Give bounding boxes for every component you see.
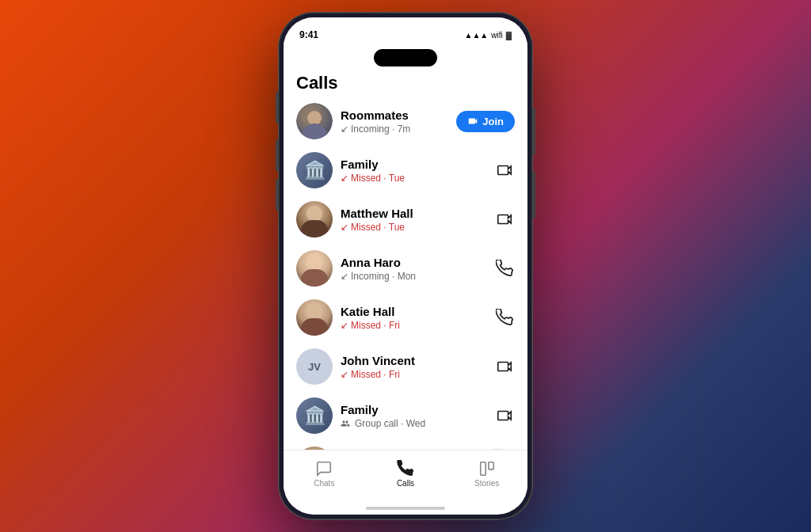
roommates-info: Roommates ↙ Incoming · 7m bbox=[341, 108, 448, 135]
phone-call-icon bbox=[496, 260, 513, 277]
calls-nav-icon bbox=[397, 460, 414, 477]
avatar-family-missed: 🏛️ bbox=[296, 152, 333, 188]
family-group-info: Family Group call · Wed bbox=[341, 403, 486, 429]
missed-arrow-icon-2: ↙ bbox=[341, 222, 348, 233]
nav-item-calls[interactable]: Calls bbox=[365, 460, 447, 488]
nav-chats-label: Chats bbox=[314, 479, 334, 488]
john-info: John Vincent ↙ Missed · Fri bbox=[341, 354, 486, 380]
avatar-john: JV bbox=[296, 348, 333, 385]
call-item-katie[interactable]: Katie Hall ↙ Missed · Fri bbox=[290, 293, 521, 342]
wifi-icon: wifi bbox=[491, 31, 502, 40]
matthew-detail: ↙ Missed · Tue bbox=[341, 222, 486, 233]
status-bar: 9:41 ▲▲▲ wifi ▓ bbox=[284, 17, 527, 46]
missed-arrow-icon: ↙ bbox=[341, 173, 348, 184]
katie-action[interactable] bbox=[494, 307, 515, 328]
family-group-detail: Group call · Wed bbox=[341, 418, 486, 429]
video-camera-icon bbox=[467, 116, 478, 127]
family-missed-name: Family bbox=[341, 158, 486, 171]
video-call-icon-4 bbox=[496, 407, 513, 424]
stories-icon bbox=[478, 460, 496, 477]
nav-item-chats[interactable]: Chats bbox=[284, 460, 365, 488]
call-item-matthew[interactable]: Matthew Hall ↙ Missed · Tue bbox=[290, 195, 521, 244]
phone-screen: 9:41 ▲▲▲ wifi ▓ Calls bbox=[284, 17, 527, 515]
phone-frame: 9:41 ▲▲▲ wifi ▓ Calls bbox=[279, 13, 532, 519]
video-call-icon bbox=[496, 162, 513, 179]
katie-name: Katie Hall bbox=[341, 305, 486, 318]
missed-arrow-icon-4: ↙ bbox=[341, 369, 348, 380]
join-button[interactable]: Join bbox=[456, 111, 515, 132]
home-indicator bbox=[366, 507, 445, 510]
svg-rect-2 bbox=[480, 462, 485, 476]
family-group-name: Family bbox=[341, 403, 486, 416]
matthew-action[interactable] bbox=[494, 209, 515, 230]
matthew-info: Matthew Hall ↙ Missed · Tue bbox=[341, 207, 486, 233]
callback-button[interactable] bbox=[482, 448, 515, 450]
bottom-nav: Chats Calls Stories bbox=[284, 450, 527, 507]
john-action[interactable] bbox=[494, 356, 515, 377]
anna-name: Anna Haro bbox=[341, 256, 486, 269]
family-missed-action[interactable] bbox=[494, 160, 515, 180]
calls-title: Calls bbox=[296, 73, 515, 93]
call-item-roommates[interactable]: Roommates ↙ Incoming · 7m Join bbox=[290, 97, 521, 146]
roommates-detail: ↙ Incoming · 7m bbox=[341, 124, 448, 135]
maya-action[interactable] bbox=[482, 448, 515, 450]
matthew-name: Matthew Hall bbox=[341, 207, 486, 220]
nav-calls-label: Calls bbox=[397, 479, 414, 488]
call-item-anna[interactable]: Anna Haro ↙ Incoming · Mon bbox=[290, 244, 521, 293]
avatar-roommates bbox=[296, 103, 333, 139]
family-missed-info: Family ↙ Missed · Tue bbox=[341, 158, 486, 184]
call-item-family-missed[interactable]: 🏛️ Family ↙ Missed · Tue bbox=[290, 146, 521, 195]
call-item-family-group[interactable]: 🏛️ Family Group call · Wed bbox=[290, 391, 521, 440]
call-item-john[interactable]: JV John Vincent ↙ Missed · Fri bbox=[290, 342, 521, 391]
signal-icon: ▲▲▲ bbox=[465, 31, 489, 40]
missed-arrow-icon-3: ↙ bbox=[341, 320, 348, 331]
nav-item-stories[interactable]: Stories bbox=[446, 460, 527, 488]
svg-rect-3 bbox=[489, 462, 493, 469]
john-detail: ↙ Missed · Fri bbox=[341, 369, 486, 380]
anna-info: Anna Haro ↙ Incoming · Mon bbox=[341, 256, 486, 282]
group-icon bbox=[341, 419, 350, 428]
chat-icon bbox=[315, 460, 333, 477]
call-item-maya[interactable]: Maya Johnson ↙ Incoming · Wed bbox=[290, 440, 521, 450]
avatar-matthew bbox=[296, 201, 333, 238]
incoming-arrow-icon: ↙ bbox=[341, 124, 348, 135]
roommates-action[interactable]: Join bbox=[456, 111, 515, 132]
video-call-icon-3 bbox=[496, 358, 513, 375]
anna-detail: ↙ Incoming · Mon bbox=[341, 271, 486, 282]
incoming-arrow-icon-2: ↙ bbox=[341, 271, 348, 282]
status-time: 9:41 bbox=[299, 29, 318, 40]
calls-list: Roommates ↙ Incoming · 7m Join bbox=[284, 97, 527, 450]
john-name: John Vincent bbox=[341, 354, 486, 367]
status-icons: ▲▲▲ wifi ▓ bbox=[465, 31, 512, 40]
battery-icon: ▓ bbox=[506, 31, 512, 40]
anna-action[interactable] bbox=[494, 258, 515, 279]
avatar-anna bbox=[296, 250, 333, 287]
avatar-family-group: 🏛️ bbox=[296, 397, 333, 434]
dynamic-island bbox=[374, 49, 437, 66]
video-call-icon-2 bbox=[496, 211, 513, 228]
family-group-action[interactable] bbox=[494, 405, 515, 426]
nav-stories-label: Stories bbox=[474, 479, 499, 488]
calls-header: Calls bbox=[284, 66, 527, 97]
katie-info: Katie Hall ↙ Missed · Fri bbox=[341, 305, 486, 331]
roommates-name: Roommates bbox=[341, 108, 448, 122]
avatar-maya bbox=[296, 446, 333, 450]
phone-call-icon-2 bbox=[496, 309, 513, 326]
family-missed-detail: ↙ Missed · Tue bbox=[341, 173, 486, 184]
avatar-katie bbox=[296, 299, 333, 336]
katie-detail: ↙ Missed · Fri bbox=[341, 320, 486, 331]
